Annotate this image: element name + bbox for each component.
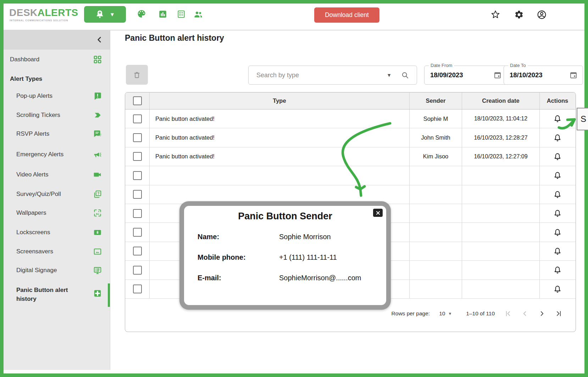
alert-bell-action-icon[interactable] (553, 285, 562, 293)
panic-button-sender-popup: Panic Button Sender Name: Sophie Morriso… (179, 201, 391, 310)
reports-list-icon[interactable] (176, 9, 187, 19)
date-to-value: 18/10/2023 (510, 71, 543, 79)
sidebar-nav: Dashboard Alert Types Pop-up Alerts Scro… (4, 30, 110, 370)
sidebar-item-survey-quiz-poll[interactable]: Survey/Quiz/Poll (16, 191, 61, 198)
date-to-field[interactable]: Date To 18/10/2023 (504, 66, 583, 85)
pagination-range: 1–10 of 110 (466, 310, 495, 317)
sidebar-item-lockscreens[interactable]: Lockscreens (16, 229, 50, 236)
alert-bell-action-icon[interactable] (553, 247, 562, 255)
popup-body: Panic Button Sender Name: Sophie Morriso… (184, 206, 386, 305)
calendar-icon[interactable] (569, 71, 578, 79)
sidebar-item-video-alerts[interactable]: Video Alerts (16, 171, 48, 178)
delete-selected-button[interactable] (126, 65, 148, 85)
sidebar-item-panic-button-history[interactable]: Panic Button alert history (16, 286, 87, 303)
row-checkbox[interactable] (133, 247, 142, 255)
row-checkbox[interactable] (133, 152, 142, 161)
table-row: Panic button activated! Sophie M 18/10/2… (125, 109, 576, 128)
wallpaper-frame-icon (93, 208, 103, 218)
sidebar-item-scrolling-tickers[interactable]: Scrolling Tickers (16, 112, 60, 119)
cell-creation-date (462, 223, 540, 241)
table-row (125, 166, 576, 185)
popup-field-label: Mobile phone: (198, 253, 246, 261)
column-header-type: Type (150, 92, 410, 109)
settings-gear-icon[interactable] (514, 9, 524, 20)
row-checkbox[interactable] (133, 190, 142, 199)
caret-down-icon: ▼ (448, 311, 452, 316)
cell-creation-date: 16/10/2023, 12:27:09 (462, 147, 540, 166)
account-profile-icon[interactable] (536, 9, 547, 20)
templates-palette-icon[interactable] (136, 9, 147, 19)
survey-question-icon: ? (93, 190, 103, 199)
cell-creation-date (462, 242, 540, 260)
cell-sender (410, 185, 462, 204)
select-caret-icon[interactable]: ▼ (387, 72, 401, 78)
select-all-checkbox[interactable] (133, 96, 142, 105)
alert-bell-action-icon[interactable] (553, 152, 562, 161)
last-page-button[interactable] (555, 310, 563, 317)
close-x-icon (376, 211, 380, 215)
popup-title: Panic Button Sender (184, 211, 386, 222)
dashboard-grid-icon (93, 55, 103, 65)
cell-type (150, 166, 410, 185)
column-header-actions: Actions (540, 92, 575, 109)
bell-plus-icon (95, 10, 105, 19)
sidebar-item-screensavers[interactable]: Screensavers (16, 248, 53, 255)
top-bar: DESKALERTS INTERNAL COMMUNICATIONS SOLUT… (4, 4, 584, 30)
cell-type: Panic button activated! (150, 147, 410, 166)
popup-field-value: SophieMorrison@......com (279, 274, 361, 282)
previous-page-button[interactable] (521, 310, 529, 317)
table-row: Panic button activated! Kim Jisoo 16/10/… (125, 147, 576, 166)
cell-creation-date: 18/10/2023, 11:04:12 (462, 109, 540, 128)
cell-creation-date (462, 261, 540, 279)
date-from-value: 18/09/2023 (430, 71, 463, 79)
sidebar-item-wallpapers[interactable]: Wallpapers (16, 209, 46, 216)
cell-type: Panic button activated! (150, 128, 410, 147)
logo-text-alerts: ALERTS (38, 7, 78, 18)
statistics-chart-icon[interactable] (157, 9, 168, 19)
first-page-button[interactable] (504, 310, 512, 317)
ticker-arrow-icon (93, 111, 103, 120)
download-client-button[interactable]: Download client (314, 7, 379, 23)
sidebar-item-rsvp-alerts[interactable]: RSVP Alerts (16, 130, 49, 137)
next-page-button[interactable] (538, 310, 546, 317)
users-groups-icon[interactable] (193, 9, 204, 19)
alert-bell-action-icon[interactable] (553, 209, 562, 218)
sidebar-item-popup-alerts[interactable]: Pop-up Alerts (16, 92, 52, 100)
alert-bell-action-icon[interactable] (553, 266, 562, 274)
app-logo: DESKALERTS (9, 7, 78, 18)
row-checkbox[interactable] (133, 209, 142, 218)
date-from-field[interactable]: Date From 18/09/2023 (424, 66, 507, 85)
row-checkbox[interactable] (133, 285, 142, 293)
alert-bell-action-icon[interactable] (553, 171, 562, 180)
cell-sender (410, 223, 462, 241)
popup-close-button[interactable] (373, 209, 383, 217)
alert-bell-action-icon[interactable] (553, 190, 562, 199)
row-checkbox[interactable] (133, 133, 142, 142)
cell-sender: Kim Jisoo (410, 147, 462, 166)
cell-sender (410, 204, 462, 223)
row-checkbox[interactable] (133, 171, 142, 180)
date-from-label: Date From (429, 63, 454, 68)
sidebar-item-dashboard[interactable]: Dashboard (10, 56, 39, 63)
alert-bell-action-icon[interactable] (553, 134, 562, 142)
favorites-star-icon[interactable] (490, 9, 501, 20)
sidebar-item-digital-signage[interactable]: Digital Signage (16, 267, 57, 274)
screensaver-image-icon (93, 247, 103, 257)
active-item-indicator (108, 283, 110, 307)
row-checkbox[interactable] (133, 114, 142, 123)
logo-text-desk: DESK (9, 7, 38, 18)
sidebar-collapse-button[interactable] (95, 35, 104, 46)
rows-per-page-select[interactable]: 10 ▼ (439, 310, 452, 317)
alert-bell-action-icon[interactable] (553, 114, 562, 123)
calendar-icon[interactable] (493, 71, 502, 79)
svg-text:?: ? (97, 192, 99, 196)
cell-creation-date (462, 166, 540, 185)
row-checkbox[interactable] (133, 228, 142, 237)
video-camera-icon (93, 170, 103, 180)
search-input[interactable] (249, 72, 387, 79)
alert-bell-action-icon[interactable] (553, 228, 562, 237)
row-checkbox[interactable] (133, 266, 142, 275)
create-alert-button[interactable]: ▼ (84, 6, 126, 23)
search-icon[interactable] (401, 71, 417, 80)
sidebar-item-emergency-alerts[interactable]: Emergency Alerts (16, 151, 63, 158)
